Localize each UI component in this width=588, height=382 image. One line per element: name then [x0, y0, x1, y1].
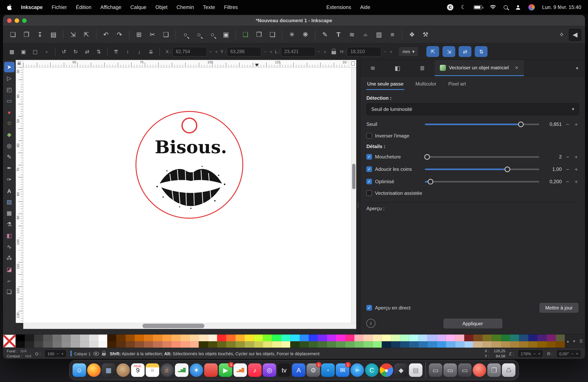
live-preview-checkbox[interactable] [366, 305, 372, 310]
wifi-icon[interactable] [490, 5, 496, 9]
color-swatch[interactable] [309, 334, 318, 341]
color-swatch[interactable] [400, 334, 409, 341]
color-swatch[interactable] [153, 341, 162, 348]
color-swatch[interactable] [400, 341, 409, 348]
color-swatch[interactable] [281, 341, 290, 348]
rotation-input[interactable]: 0,00° − + [556, 349, 581, 357]
menu-item[interactable]: Chemin [177, 4, 194, 10]
spiral-tool[interactable]: ◎ [4, 140, 15, 151]
music[interactable]: ♪ [248, 363, 262, 377]
tweak-tool[interactable]: ∿ [4, 242, 15, 252]
window-thumb-2[interactable]: ▭ [443, 363, 457, 377]
window-thumb-3[interactable]: ▭ [458, 363, 472, 377]
optimise[interactable] [366, 179, 372, 184]
color-swatch[interactable] [391, 334, 400, 341]
palette-scroll-down-icon[interactable]: ▾ [573, 339, 575, 343]
dropper-tool[interactable]: ⚗ [4, 219, 15, 230]
calendar[interactable]: FÉVR. 9 [131, 363, 145, 377]
select-all-layers-button[interactable]: ▣ [18, 47, 29, 56]
objects-dialog-button[interactable]: ≋ [346, 29, 358, 40]
ellipse-tool[interactable]: ● [4, 107, 15, 117]
podcasts[interactable]: ◎ [263, 363, 276, 377]
zoom-selection-button[interactable]: ○ [179, 29, 192, 40]
color-swatch[interactable] [455, 334, 464, 341]
color-swatch[interactable] [373, 334, 382, 341]
trash[interactable]: ♺ [502, 363, 516, 377]
charts-app[interactable]: ▂▅█ [233, 363, 247, 377]
undo-button[interactable]: ↶ [100, 29, 112, 40]
invert-image-checkbox[interactable] [366, 133, 372, 139]
vertical-scrollbar-thumb[interactable] [352, 164, 356, 189]
avatar-icon[interactable] [528, 4, 535, 10]
guides-lock-icon[interactable] [18, 62, 21, 65]
align-dialog-button[interactable]: ≡ [386, 29, 399, 40]
safari[interactable]: ➣ [350, 363, 364, 377]
color-swatch[interactable] [446, 334, 455, 341]
gray-window-item[interactable]: ❒ [487, 363, 501, 377]
decrement-button[interactable]: − [565, 178, 570, 185]
paste-button[interactable]: ❑ [160, 29, 172, 40]
threshold-slider[interactable] [425, 123, 539, 125]
color-swatch[interactable] [43, 334, 52, 341]
page-icon[interactable] [351, 61, 355, 66]
bisous-text[interactable]: Bisous. [155, 137, 227, 157]
calligraphy-tool[interactable]: ✑ [4, 174, 15, 185]
text-tool[interactable]: A [4, 185, 15, 196]
gray-doc-app[interactable]: ▤ [409, 363, 423, 377]
color-swatch[interactable] [419, 334, 428, 341]
color-swatch[interactable] [391, 341, 400, 348]
photos-circle-app[interactable] [116, 363, 130, 377]
color-swatch[interactable] [318, 341, 327, 348]
separator[interactable] [282, 30, 282, 39]
color-swatch[interactable] [254, 341, 263, 348]
color-swatch[interactable] [171, 341, 181, 348]
color-swatch[interactable] [345, 341, 354, 348]
increment-button[interactable]: + [61, 351, 63, 356]
color-swatch[interactable] [382, 341, 391, 348]
color-swatch[interactable] [107, 341, 116, 348]
moucheture[interactable] [366, 154, 372, 160]
dock-separator[interactable] [425, 362, 426, 378]
increment-button[interactable]: + [538, 351, 540, 356]
menu-item[interactable]: Édition [76, 4, 91, 10]
color-swatch[interactable] [419, 341, 428, 348]
increment-button[interactable]: + [214, 49, 219, 55]
color-swatch[interactable] [199, 341, 208, 348]
rotate-cw-button[interactable]: ↻ [71, 47, 81, 56]
color-swatch[interactable] [116, 341, 126, 348]
vertical-ruler[interactable]: 30405060708090100110120130 [16, 68, 23, 323]
increment-button[interactable]: + [389, 49, 393, 55]
separator[interactable] [402, 30, 402, 39]
compass-app[interactable]: ✦ [189, 363, 203, 377]
trace-mode-tab[interactable]: Multicolor [415, 78, 437, 90]
menu-item[interactable]: Affichage [100, 4, 121, 10]
panel-collapse-button[interactable]: ▾ [569, 60, 585, 76]
coordinate-input[interactable]: 82,754 [172, 47, 207, 56]
color-swatch[interactable] [519, 341, 528, 348]
increment-button[interactable]: + [573, 121, 579, 128]
swatches-dialog-button[interactable]: ▥ [373, 29, 385, 40]
color-swatch[interactable] [546, 341, 556, 348]
color-swatch[interactable] [235, 341, 245, 348]
color-swatch[interactable] [254, 334, 263, 341]
fill-value[interactable]: N/A [21, 349, 27, 353]
text-dialog-button[interactable]: T [332, 29, 345, 40]
finder[interactable]: ☺ [73, 363, 86, 377]
color-swatch[interactable] [144, 341, 153, 348]
color-swatch[interactable] [62, 334, 71, 341]
select-all-button[interactable]: ▩ [7, 47, 17, 56]
connector-tool[interactable]: ⌐ [4, 275, 15, 286]
color-swatch[interactable] [473, 341, 483, 348]
launchpad[interactable]: ▦ [102, 363, 115, 377]
spacer[interactable] [433, 29, 554, 40]
color-swatch[interactable] [537, 341, 546, 348]
color-swatch[interactable] [336, 341, 345, 348]
color-swatch[interactable] [409, 334, 419, 341]
shape-builder-tool[interactable]: ◰ [4, 84, 15, 95]
increment-button[interactable]: + [323, 49, 327, 55]
color-swatch[interactable] [327, 341, 336, 348]
increment-button[interactable]: + [573, 178, 579, 185]
apply-button[interactable]: Appliquer [442, 318, 503, 329]
horizontal-ruler[interactable]: 5075100125150 [23, 60, 346, 67]
zoom-drawing-button[interactable]: ○ [193, 29, 205, 40]
